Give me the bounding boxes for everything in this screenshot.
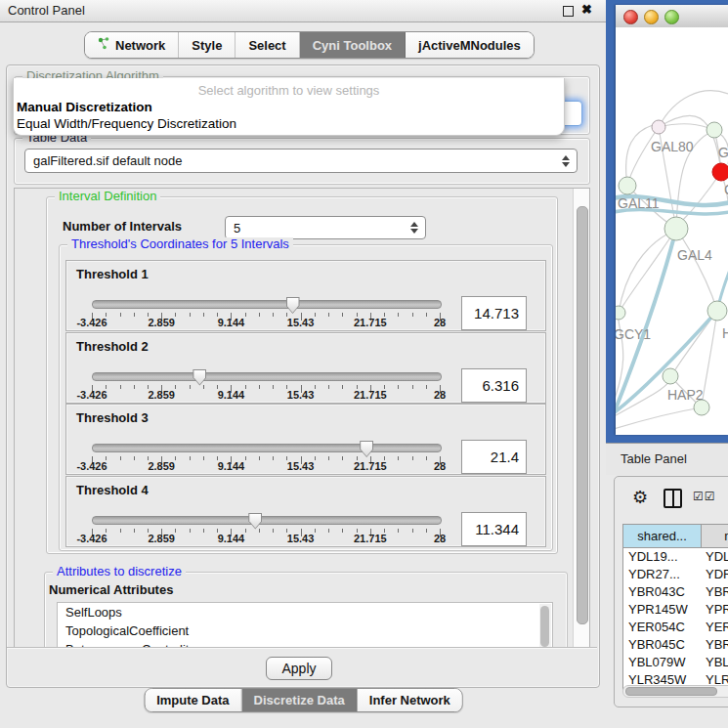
slider-tick xyxy=(328,529,329,533)
table-row[interactable]: YBR043CYBR0 xyxy=(623,583,728,601)
apply-button[interactable]: Apply xyxy=(266,657,332,680)
tick-label: -3.426 xyxy=(76,317,107,328)
slider-track[interactable] xyxy=(92,444,442,452)
apply-bar: Apply xyxy=(7,647,597,686)
slider-tick xyxy=(398,385,399,389)
dropdown-item-equal-width[interactable]: Equal Width/Frequency Discretization xyxy=(17,116,236,131)
tick-label: 9.144 xyxy=(218,317,245,328)
horizontal-scrollbar[interactable] xyxy=(622,685,728,698)
network-edge xyxy=(659,124,714,130)
slider-tick xyxy=(273,456,274,460)
network-window-titlebar[interactable] xyxy=(616,5,728,28)
network-node[interactable] xyxy=(712,163,728,181)
gear-icon[interactable]: ⚙ xyxy=(632,487,648,508)
root: Control Panel ✖ NetworkStyleSelectCyni T… xyxy=(0,0,728,728)
node-label: GAL11 xyxy=(618,195,660,211)
slider-track[interactable] xyxy=(92,300,442,309)
close-traffic-light-icon[interactable] xyxy=(623,10,638,24)
slider-tick xyxy=(175,456,176,460)
close-icon[interactable]: ✖ xyxy=(581,2,592,17)
slider-track[interactable] xyxy=(92,516,442,525)
slider-tick xyxy=(412,456,413,460)
slider-tick xyxy=(245,313,246,317)
numerical-attributes-heading: Numerical Attributes xyxy=(49,582,173,597)
top-tab-bar: NetworkStyleSelectCyni ToolboxjActiveMNo… xyxy=(84,31,535,59)
tick-label: 9.144 xyxy=(218,389,245,401)
scrollbar-thumb[interactable] xyxy=(577,206,588,624)
table-row[interactable]: YDR27...YDR2 xyxy=(623,566,728,583)
slider-thumb[interactable] xyxy=(360,441,373,457)
table-row[interactable]: YER054CYER0 xyxy=(623,619,728,636)
table-row[interactable]: YBL079WYBL0 xyxy=(623,654,728,671)
network-node[interactable] xyxy=(663,368,678,384)
network-node[interactable] xyxy=(707,122,722,138)
threshold-value-field[interactable]: 11.344 xyxy=(461,512,527,546)
tick-label: 28 xyxy=(434,533,446,544)
tab-select[interactable]: Select xyxy=(236,32,299,58)
slider-tick xyxy=(190,529,191,533)
dropdown-item-manual[interactable]: Manual Discretization xyxy=(17,100,152,114)
tab-label: Infer Network xyxy=(369,693,450,707)
attribute-list-item[interactable]: TopologicalCoefficient xyxy=(58,621,552,640)
network-node[interactable] xyxy=(664,217,688,240)
tab-impute-data[interactable]: Impute Data xyxy=(145,689,241,711)
slider-tick xyxy=(120,385,121,389)
slider-tick xyxy=(398,313,399,317)
slider-tick xyxy=(134,456,135,460)
numerical-attributes-list[interactable]: SelfLoopsTopologicalCoefficientBetweenne… xyxy=(57,602,553,648)
select-columns-icon[interactable]: ☑☑ xyxy=(693,490,716,503)
tab-label: Impute Data xyxy=(156,693,229,707)
network-node[interactable] xyxy=(619,177,636,194)
slider-tick xyxy=(259,456,260,460)
network-canvas[interactable]: GAL80GACGAL11GAL4GCY1HHAP2 xyxy=(616,27,728,435)
slider-tick xyxy=(398,529,399,533)
threshold-value-field[interactable]: 21.4 xyxy=(461,440,527,474)
slider-thumb[interactable] xyxy=(248,513,262,530)
table-data-combobox[interactable]: galFiltered.sif default node xyxy=(24,149,578,173)
tab-style[interactable]: Style xyxy=(179,32,236,58)
tab-cyni-toolbox[interactable]: Cyni Toolbox xyxy=(300,32,406,58)
settings-scroll-area: Interval Definition Number of Intervals … xyxy=(14,188,590,648)
tick-label: 2.859 xyxy=(148,533,175,544)
tick-label: -3.426 xyxy=(76,460,107,472)
column-header[interactable]: shared... xyxy=(622,524,702,548)
hscroll-thumb[interactable] xyxy=(625,687,717,696)
tick-label: 9.144 xyxy=(218,533,245,544)
table-cell: YBL079W xyxy=(623,654,701,671)
attribute-list-item[interactable]: SelfLoops xyxy=(58,603,552,621)
list-scrollbar[interactable] xyxy=(539,604,551,648)
tick-label: 9.144 xyxy=(218,460,245,472)
network-edge xyxy=(619,229,676,313)
table-data-group: Table Data galFiltered.sif default node xyxy=(14,138,590,185)
table-row[interactable]: YBR045CYBR0 xyxy=(623,636,728,654)
threshold-value-field[interactable]: 6.316 xyxy=(461,368,527,403)
slider-tick xyxy=(273,385,274,389)
tab-discretize-data[interactable]: Discretize Data xyxy=(242,689,358,711)
network-node[interactable] xyxy=(652,120,665,134)
vertical-scrollbar[interactable] xyxy=(573,189,589,647)
slider-thumb[interactable] xyxy=(193,369,206,386)
tab-jactivemnodules[interactable]: jActiveMNodules xyxy=(406,32,534,58)
bottom-tab-bar: Impute DataDiscretize DataInfer Network xyxy=(144,688,463,712)
slider-track[interactable] xyxy=(92,372,442,381)
slider-thumb[interactable] xyxy=(286,297,300,314)
network-node[interactable] xyxy=(616,306,625,320)
slider-tick xyxy=(190,456,191,460)
table-row[interactable]: YDL19...YDL1 xyxy=(623,548,728,566)
table-row[interactable]: YPR145WYPR1 xyxy=(623,601,728,619)
tab-infer-network[interactable]: Infer Network xyxy=(358,689,462,711)
tab-network[interactable]: Network xyxy=(85,32,179,58)
tick-label: 28 xyxy=(434,460,446,472)
network-node[interactable] xyxy=(707,301,727,321)
slider-tick xyxy=(426,456,427,460)
network-icon xyxy=(98,37,110,53)
table-cell: YER054C xyxy=(623,619,701,636)
threshold-value-field[interactable]: 14.713 xyxy=(461,296,527,330)
column-header[interactable]: name xyxy=(702,524,728,548)
minimize-traffic-light-icon[interactable] xyxy=(644,10,659,24)
zoom-traffic-light-icon[interactable] xyxy=(664,10,679,24)
float-icon[interactable] xyxy=(563,6,574,17)
node-label: GAL80 xyxy=(651,139,694,154)
columns-icon[interactable] xyxy=(664,489,682,508)
slider-tick xyxy=(203,456,204,460)
